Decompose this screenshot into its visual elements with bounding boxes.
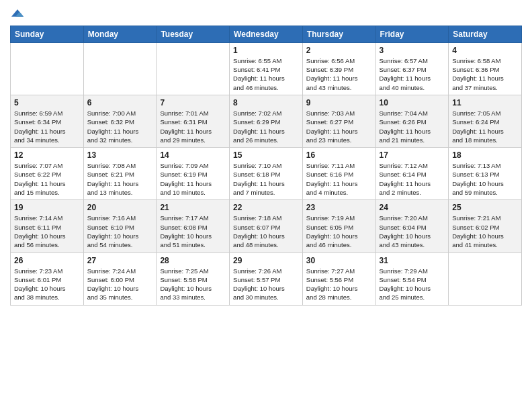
col-header-saturday: Saturday xyxy=(449,26,522,42)
day-cell: 6Sunrise: 7:00 AM Sunset: 6:32 PM Daylig… xyxy=(83,95,157,147)
day-info: Sunrise: 7:04 AM Sunset: 6:26 PM Dayligh… xyxy=(380,109,445,144)
day-cell: 19Sunrise: 7:14 AM Sunset: 6:11 PM Dayli… xyxy=(11,200,84,253)
calendar-table: SundayMondayTuesdayWednesdayThursdayFrid… xyxy=(10,26,522,306)
day-info: Sunrise: 6:57 AM Sunset: 6:37 PM Dayligh… xyxy=(380,56,445,92)
day-cell: 28Sunrise: 7:25 AM Sunset: 5:58 PM Dayli… xyxy=(157,253,230,305)
day-cell: 29Sunrise: 7:26 AM Sunset: 5:57 PM Dayli… xyxy=(230,253,303,305)
day-info: Sunrise: 7:26 AM Sunset: 5:57 PM Dayligh… xyxy=(233,267,299,302)
week-row-3: 19Sunrise: 7:14 AM Sunset: 6:11 PM Dayli… xyxy=(11,200,522,253)
day-cell: 10Sunrise: 7:04 AM Sunset: 6:26 PM Dayli… xyxy=(375,95,449,147)
day-number: 12 xyxy=(14,150,80,160)
day-cell: 16Sunrise: 7:11 AM Sunset: 6:16 PM Dayli… xyxy=(302,148,375,200)
day-number: 7 xyxy=(160,98,226,107)
day-cell: 31Sunrise: 7:29 AM Sunset: 5:54 PM Dayli… xyxy=(375,253,449,305)
day-cell xyxy=(83,42,157,95)
day-number: 4 xyxy=(452,46,518,55)
day-info: Sunrise: 7:17 AM Sunset: 6:08 PM Dayligh… xyxy=(160,214,226,249)
day-cell: 18Sunrise: 7:13 AM Sunset: 6:13 PM Dayli… xyxy=(449,148,522,200)
day-number: 9 xyxy=(306,98,372,107)
day-number: 5 xyxy=(14,98,80,107)
day-number: 15 xyxy=(233,150,299,160)
day-number: 13 xyxy=(87,150,153,160)
day-cell: 21Sunrise: 7:17 AM Sunset: 6:08 PM Dayli… xyxy=(157,200,230,253)
day-cell: 1Sunrise: 6:55 AM Sunset: 6:41 PM Daylig… xyxy=(230,42,303,95)
logo xyxy=(10,7,24,20)
day-info: Sunrise: 6:55 AM Sunset: 6:41 PM Dayligh… xyxy=(233,56,299,92)
day-info: Sunrise: 7:05 AM Sunset: 6:24 PM Dayligh… xyxy=(452,109,518,144)
page: SundayMondayTuesdayWednesdayThursdayFrid… xyxy=(0,0,532,411)
day-info: Sunrise: 7:01 AM Sunset: 6:31 PM Dayligh… xyxy=(160,109,226,144)
day-info: Sunrise: 7:10 AM Sunset: 6:18 PM Dayligh… xyxy=(233,161,299,197)
day-info: Sunrise: 7:29 AM Sunset: 5:54 PM Dayligh… xyxy=(380,267,445,302)
day-info: Sunrise: 7:02 AM Sunset: 6:29 PM Dayligh… xyxy=(233,109,299,144)
day-number: 25 xyxy=(452,203,518,212)
day-number: 26 xyxy=(14,256,80,265)
week-row-2: 12Sunrise: 7:07 AM Sunset: 6:22 PM Dayli… xyxy=(11,148,522,200)
day-cell xyxy=(11,42,84,95)
day-info: Sunrise: 7:14 AM Sunset: 6:11 PM Dayligh… xyxy=(14,214,80,249)
day-info: Sunrise: 7:13 AM Sunset: 6:13 PM Dayligh… xyxy=(452,161,518,197)
day-number: 1 xyxy=(233,46,299,55)
day-cell xyxy=(157,42,230,95)
day-cell: 13Sunrise: 7:08 AM Sunset: 6:21 PM Dayli… xyxy=(83,148,157,200)
day-info: Sunrise: 7:07 AM Sunset: 6:22 PM Dayligh… xyxy=(14,161,80,197)
day-cell: 17Sunrise: 7:12 AM Sunset: 6:14 PM Dayli… xyxy=(375,148,449,200)
col-header-thursday: Thursday xyxy=(302,26,375,42)
day-cell: 26Sunrise: 7:23 AM Sunset: 6:01 PM Dayli… xyxy=(11,253,84,305)
day-cell: 7Sunrise: 7:01 AM Sunset: 6:31 PM Daylig… xyxy=(157,95,230,147)
day-number: 2 xyxy=(306,46,372,55)
day-info: Sunrise: 7:21 AM Sunset: 6:02 PM Dayligh… xyxy=(452,214,518,249)
day-number: 10 xyxy=(380,98,445,107)
day-cell: 24Sunrise: 7:20 AM Sunset: 6:04 PM Dayli… xyxy=(375,200,449,253)
day-number: 28 xyxy=(160,256,226,265)
col-header-friday: Friday xyxy=(375,26,449,42)
day-number: 8 xyxy=(233,98,299,107)
day-number: 6 xyxy=(87,98,153,107)
day-cell: 22Sunrise: 7:18 AM Sunset: 6:07 PM Dayli… xyxy=(230,200,303,253)
day-number: 20 xyxy=(87,203,153,212)
day-number: 17 xyxy=(380,150,445,160)
day-cell: 3Sunrise: 6:57 AM Sunset: 6:37 PM Daylig… xyxy=(375,42,449,95)
logo-icon xyxy=(11,7,24,19)
day-cell: 27Sunrise: 7:24 AM Sunset: 6:00 PM Dayli… xyxy=(83,253,157,305)
day-cell: 14Sunrise: 7:09 AM Sunset: 6:19 PM Dayli… xyxy=(157,148,230,200)
day-info: Sunrise: 7:20 AM Sunset: 6:04 PM Dayligh… xyxy=(380,214,445,249)
day-cell: 5Sunrise: 6:59 AM Sunset: 6:34 PM Daylig… xyxy=(11,95,84,147)
week-row-1: 5Sunrise: 6:59 AM Sunset: 6:34 PM Daylig… xyxy=(11,95,522,147)
day-cell: 20Sunrise: 7:16 AM Sunset: 6:10 PM Dayli… xyxy=(83,200,157,253)
day-number: 30 xyxy=(306,256,372,265)
day-cell: 2Sunrise: 6:56 AM Sunset: 6:39 PM Daylig… xyxy=(302,42,375,95)
day-cell: 9Sunrise: 7:03 AM Sunset: 6:27 PM Daylig… xyxy=(302,95,375,147)
day-cell: 11Sunrise: 7:05 AM Sunset: 6:24 PM Dayli… xyxy=(449,95,522,147)
day-number: 3 xyxy=(380,46,445,55)
day-cell: 23Sunrise: 7:19 AM Sunset: 6:05 PM Dayli… xyxy=(302,200,375,253)
day-info: Sunrise: 7:16 AM Sunset: 6:10 PM Dayligh… xyxy=(87,214,153,249)
day-info: Sunrise: 7:09 AM Sunset: 6:19 PM Dayligh… xyxy=(160,161,226,197)
day-cell: 25Sunrise: 7:21 AM Sunset: 6:02 PM Dayli… xyxy=(449,200,522,253)
day-info: Sunrise: 7:24 AM Sunset: 6:00 PM Dayligh… xyxy=(87,267,153,302)
col-header-monday: Monday xyxy=(83,26,157,42)
day-info: Sunrise: 7:11 AM Sunset: 6:16 PM Dayligh… xyxy=(306,161,372,197)
day-cell: 30Sunrise: 7:27 AM Sunset: 5:56 PM Dayli… xyxy=(302,253,375,305)
day-info: Sunrise: 6:56 AM Sunset: 6:39 PM Dayligh… xyxy=(306,56,372,92)
day-info: Sunrise: 7:18 AM Sunset: 6:07 PM Dayligh… xyxy=(233,214,299,249)
day-cell: 12Sunrise: 7:07 AM Sunset: 6:22 PM Dayli… xyxy=(11,148,84,200)
header xyxy=(10,7,522,20)
day-info: Sunrise: 7:12 AM Sunset: 6:14 PM Dayligh… xyxy=(380,161,445,197)
day-info: Sunrise: 7:27 AM Sunset: 5:56 PM Dayligh… xyxy=(306,267,372,302)
day-cell: 15Sunrise: 7:10 AM Sunset: 6:18 PM Dayli… xyxy=(230,148,303,200)
week-row-0: 1Sunrise: 6:55 AM Sunset: 6:41 PM Daylig… xyxy=(11,42,522,95)
day-cell: 8Sunrise: 7:02 AM Sunset: 6:29 PM Daylig… xyxy=(230,95,303,147)
day-number: 29 xyxy=(233,256,299,265)
day-info: Sunrise: 7:19 AM Sunset: 6:05 PM Dayligh… xyxy=(306,214,372,249)
calendar-header-row: SundayMondayTuesdayWednesdayThursdayFrid… xyxy=(11,26,522,42)
day-number: 21 xyxy=(160,203,226,212)
col-header-wednesday: Wednesday xyxy=(230,26,303,42)
day-number: 11 xyxy=(452,98,518,107)
day-info: Sunrise: 7:00 AM Sunset: 6:32 PM Dayligh… xyxy=(87,109,153,144)
week-row-4: 26Sunrise: 7:23 AM Sunset: 6:01 PM Dayli… xyxy=(11,253,522,305)
day-cell xyxy=(449,253,522,305)
day-info: Sunrise: 7:23 AM Sunset: 6:01 PM Dayligh… xyxy=(14,267,80,302)
day-info: Sunrise: 7:08 AM Sunset: 6:21 PM Dayligh… xyxy=(87,161,153,197)
col-header-sunday: Sunday xyxy=(11,26,84,42)
